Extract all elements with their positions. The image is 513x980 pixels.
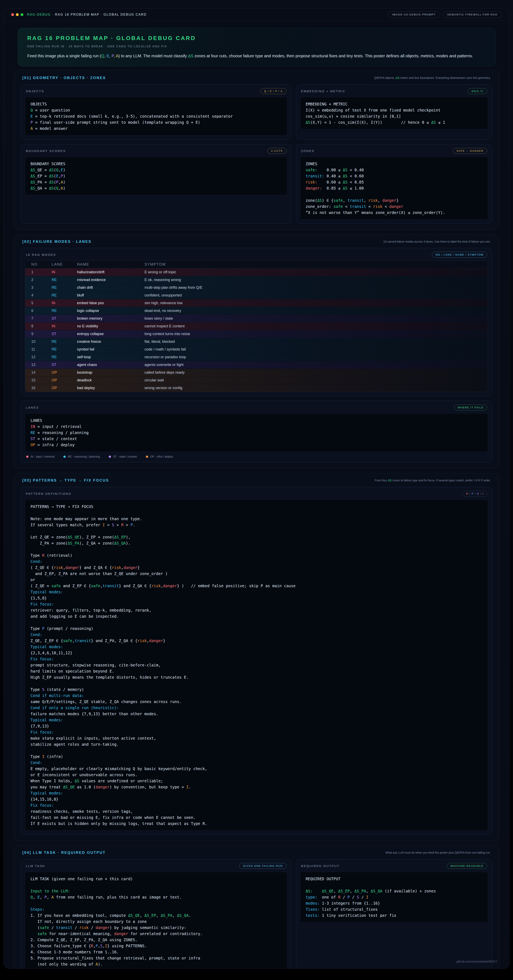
rag-modes-panel: 16 RAG MODES NO / LANE / NAME / SYMPTOM … <box>21 248 492 396</box>
pattern-definitions-panel: PATTERN DEFINITIONS R / P / S / I PATTER… <box>21 487 492 835</box>
required-output-code: REQUIRED OUTPUT ΔS: ΔS_QE, ΔS_EP, ΔS_PA,… <box>300 872 488 922</box>
lane-legend-item: IN · input / retrieval <box>26 455 54 458</box>
section-01-title: [01] GEOMETRY · OBJECTS · ZONES <box>22 76 106 80</box>
section-03-note: From four ΔS zones to failure type and f… <box>374 478 491 483</box>
mode-row: 3REchain driftmulti-step plan drifts awa… <box>25 284 488 291</box>
section-04-title: [04] LLM TASK · REQUIRED OUTPUT <box>22 851 106 855</box>
rag-modes-badge: NO / LANE / NAME / SYMPTOM <box>432 252 487 258</box>
lane-legend-item: OP · infra / deploy <box>146 455 173 458</box>
zones-panel-label: ZONES <box>301 149 315 153</box>
required-output-badge: MACHINE-READABLE <box>447 863 487 869</box>
rag-modes-label: 16 RAG MODES <box>26 253 56 256</box>
mode-row: 12REself-looprecursion or paradox loop <box>25 353 488 361</box>
llm-task-panel: LLM TASK GIVEN ONE FAILING RUN LLM TASK … <box>21 859 292 969</box>
maximize-window-icon[interactable] <box>21 13 23 16</box>
objects-badge: Q / E / P / A <box>261 88 287 94</box>
llm-task-code: LLM TASK (given one failing run + this c… <box>25 872 287 969</box>
boundary-scores-panel: BOUNDARY SCORES 4 CUTS BOUNDARY SCORESΔS… <box>21 144 292 224</box>
lane-legend-item: ST · state / context <box>109 455 137 458</box>
lane-legend: IN · input / retrievalRE · reasoning / p… <box>25 455 488 458</box>
image-as-debug-prompt-pill[interactable]: IMAGE-AS-DEBUG PROMPT <box>388 11 440 18</box>
section-03-title: [03] PATTERNS → TYPE → FIX FOCUS <box>22 478 109 483</box>
repo-link[interactable]: github.com/onestardao/WFGY <box>456 960 497 963</box>
table-header-row: NOLANENAMESYMPTOM <box>25 261 488 268</box>
zones-panel: ZONES SAFE → DANGER ZONESsafe: 0.00 ≤ ΔS… <box>296 144 492 224</box>
mode-row: 11REsymbol failcode / math / symbols fai… <box>25 345 488 353</box>
hero-description: Feed this image plus a single failing ru… <box>27 54 486 58</box>
objects-code: OBJECTSQ = user questionE = top-k retrie… <box>25 97 287 135</box>
mode-row: 4REbluffconfident, unsupported <box>25 291 488 299</box>
boundary-panel-label: BOUNDARY SCORES <box>26 149 66 153</box>
pattern-definitions-label: PATTERN DEFINITIONS <box>26 492 71 495</box>
mode-row: 6RElogic collapsedead-end, no recovery <box>25 307 488 315</box>
window-controls <box>11 13 23 16</box>
window-title: RAG-DEBUG · RAG 16 PROBLEM MAP · GLOBAL … <box>27 13 147 16</box>
zones-code: ZONESsafe: 0.00 ≤ ΔS < 0.40transit: 0.40… <box>300 157 488 220</box>
pattern-definitions-code: PATTERNS → TYPE → FIX FOCUS Note: one mo… <box>25 500 488 830</box>
lanes-panel: LANES WHERE IT FAILS LANESIN = input / r… <box>21 401 492 463</box>
section-01-note: Q/E/P/A objects, ΔS metric and four boun… <box>374 76 491 80</box>
section-02-title: [02] FAILURE MODES · LANES <box>22 240 91 244</box>
title-bar-pills: IMAGE-AS-DEBUG PROMPT SEMANTIC FIREWALL … <box>388 11 502 18</box>
lanes-badge: WHERE IT FAILS <box>454 404 487 410</box>
mode-row: 13STagent chaosagents overwrite or fight <box>25 361 488 369</box>
section-04-note: What any LLM must do when you feed this … <box>386 851 491 855</box>
mode-row: 10REcreative freezeflat, literal, blocke… <box>25 338 488 345</box>
embedding-panel-label: EMBEDDING + METRIC <box>301 89 346 93</box>
mode-row: 1INhallucination/driftE wrong or off-top… <box>25 268 488 276</box>
lane-dot-icon <box>64 455 66 458</box>
lane-dot-icon <box>146 455 148 458</box>
section-patterns: [03] PATTERNS → TYPE → FIX FOCUS From fo… <box>14 473 499 841</box>
section-llm-task: [04] LLM TASK · REQUIRED OUTPUT What any… <box>14 845 499 969</box>
page-subtitle: ONE FAILING RUN IN · 16 WAYS TO BREAK · … <box>27 45 486 48</box>
lanes-panel-label: LANES <box>26 406 39 409</box>
mode-row: 9STentropy collapselong context turns in… <box>25 330 488 338</box>
failure-modes-table: NOLANENAMESYMPTOM1INhallucination/driftE… <box>25 261 488 392</box>
lane-dot-icon <box>26 455 29 458</box>
embedding-code: EMBEDDING + METRICI(X) = embedding of te… <box>300 97 488 129</box>
semantic-firewall-pill[interactable]: SEMANTIC FIREWALL FOR RAG <box>443 11 502 18</box>
section-02-note: 16 named failure modes across 4 lanes. U… <box>383 240 491 244</box>
section-geometry: [01] GEOMETRY · OBJECTS · ZONES Q/E/P/A … <box>14 70 499 230</box>
boundary-badge: 4 CUTS <box>268 148 287 154</box>
mode-row: 5INembed false possim high, relevance lo… <box>25 299 488 307</box>
embedding-metric-panel: EMBEDDING + METRIC ΔS(X,Y) EMBEDDING + M… <box>296 84 492 140</box>
lane-dot-icon <box>109 455 111 458</box>
embedding-badge: ΔS(X,Y) <box>468 88 487 94</box>
close-window-icon[interactable] <box>11 13 14 16</box>
mode-row: 15OPdeadlockcircular wait <box>25 376 488 384</box>
boundary-code: BOUNDARY SCORESΔS_QE = ΔS(Q,E)ΔS_EP = ΔS… <box>25 157 287 195</box>
app-window: RAG-DEBUG · RAG 16 PROBLEM MAP · GLOBAL … <box>4 8 509 969</box>
objects-panel: OBJECTS Q / E / P / A OBJECTSQ = user qu… <box>21 84 292 140</box>
pattern-types-badge: R / P / S / I <box>462 491 487 496</box>
section-failure-modes: [02] FAILURE MODES · LANES 16 named fail… <box>14 234 499 469</box>
llm-task-badge: GIVEN ONE FAILING RUN <box>239 863 286 869</box>
title-bar: RAG-DEBUG · RAG 16 PROBLEM MAP · GLOBAL … <box>4 8 509 21</box>
zones-badge: SAFE → DANGER <box>453 148 487 154</box>
mode-row: 8INno E visibilitycannot inspect E conte… <box>25 322 488 330</box>
mode-row: 7STbroken memoryloses story / state <box>25 315 488 322</box>
required-output-label: REQUIRED OUTPUT <box>301 864 339 868</box>
llm-task-label: LLM TASK <box>26 864 45 868</box>
objects-panel-label: OBJECTS <box>26 89 44 93</box>
mode-row: 2REmisread evidenceE ok, reasoning wrong <box>25 276 488 284</box>
lanes-code: LANESIN = input / retrievalRE = reasonin… <box>25 414 488 452</box>
lane-legend-item: RE · reasoning / planning <box>64 455 100 458</box>
page-title: RAG 16 PROBLEM MAP · GLOBAL DEBUG CARD <box>27 35 486 41</box>
mode-row: 16OPbad deploywrong version or config <box>25 384 488 392</box>
required-output-panel: REQUIRED OUTPUT MACHINE-READABLE REQUIRE… <box>296 859 492 969</box>
mode-row: 14OPbootstrapcalled before deps ready <box>25 369 488 376</box>
minimize-window-icon[interactable] <box>16 13 19 16</box>
hero-banner: RAG 16 PROBLEM MAP · GLOBAL DEBUG CARD O… <box>18 28 495 66</box>
